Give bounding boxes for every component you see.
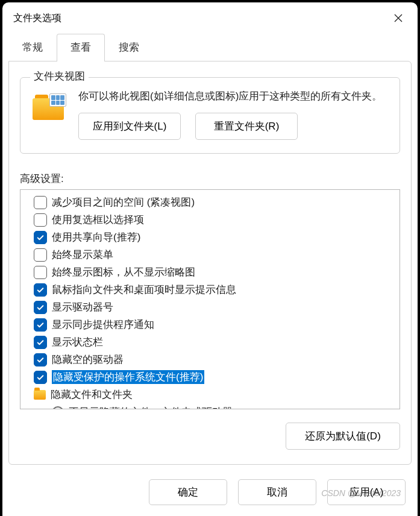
checkbox[interactable]	[34, 231, 47, 244]
checkbox[interactable]	[34, 301, 47, 314]
list-item[interactable]: 始终显示菜单	[33, 246, 395, 263]
checkbox[interactable]	[34, 196, 47, 209]
list-item[interactable]: 显示驱动器号	[33, 298, 395, 316]
list-item[interactable]: 使用共享向导(推荐)	[33, 228, 395, 246]
list-item[interactable]: 隐藏受保护的操作系统文件(推荐)	[33, 368, 395, 386]
list-item-label: 显示驱动器号	[52, 300, 113, 314]
folder-view-group: 文件夹视图 你可以将此视图(如详细信息或图标)应用于这种类型的所有文件夹。 应用…	[20, 77, 400, 154]
list-item[interactable]: 隐藏文件和文件夹	[33, 386, 395, 403]
tab-view[interactable]: 查看	[57, 34, 105, 61]
checkbox[interactable]	[34, 266, 47, 279]
close-button[interactable]	[384, 6, 413, 30]
tab-panel-view: 文件夹视图 你可以将此视图(如详细信息或图标)应用于这种类型的所有文件夹。 应用…	[8, 61, 412, 465]
checkbox[interactable]	[34, 353, 47, 367]
advanced-settings-label: 高级设置:	[20, 172, 400, 186]
apply-to-folders-button[interactable]: 应用到文件夹(L)	[78, 113, 181, 140]
ok-button[interactable]: 确定	[149, 479, 227, 505]
list-item-label: 始终显示图标，从不显示缩略图	[52, 265, 195, 279]
checkbox[interactable]	[34, 318, 47, 332]
list-item-label: 始终显示菜单	[52, 248, 113, 262]
close-icon	[393, 13, 403, 23]
restore-row: 还原为默认值(D)	[20, 423, 400, 450]
checkbox[interactable]	[34, 371, 47, 384]
tab-general[interactable]: 常规	[8, 34, 57, 61]
list-item-label: 使用复选框以选择项	[52, 213, 144, 227]
cancel-button[interactable]: 取消	[238, 479, 316, 505]
advanced-settings-box: 减少项目之间的空间 (紧凑视图)使用复选框以选择项使用共享向导(推荐)始终显示菜…	[20, 189, 400, 409]
list-item-label: 显示同步提供程序通知	[52, 318, 154, 332]
list-item-label: 鼠标指向文件夹和桌面项时显示提示信息	[52, 283, 236, 297]
apply-button[interactable]: 应用(A)	[327, 479, 406, 505]
list-item[interactable]: 显示状态栏	[33, 333, 395, 351]
list-item[interactable]: 减少项目之间的空间 (紧凑视图)	[33, 194, 395, 211]
tab-search[interactable]: 搜索	[105, 34, 153, 61]
dialog-window: 文件夹选项 常规 查看 搜索 文件夹视图	[2, 2, 418, 516]
list-item-label: 不显示隐藏的文件、文件夹或驱动器	[69, 405, 233, 409]
list-item-label: 隐藏空的驱动器	[52, 353, 124, 367]
group-description: 你可以将此视图(如详细信息或图标)应用于这种类型的所有文件夹。	[78, 89, 387, 104]
list-item[interactable]: 始终显示图标，从不显示缩略图	[33, 263, 395, 281]
group-button-row: 应用到文件夹(L) 重置文件夹(R)	[78, 113, 387, 140]
tab-strip: 常规 查看 搜索	[8, 34, 412, 61]
content-area: 常规 查看 搜索 文件夹视图 你可以将此视图(如详细信息或图标)应用于这种	[2, 34, 418, 471]
checkbox[interactable]	[34, 248, 47, 262]
reset-folders-button[interactable]: 重置文件夹(R)	[195, 113, 298, 140]
checkbox[interactable]	[34, 213, 47, 227]
list-item-label: 使用共享向导(推荐)	[52, 230, 140, 244]
list-item[interactable]: 隐藏空的驱动器	[33, 351, 395, 368]
advanced-settings-list[interactable]: 减少项目之间的空间 (紧凑视图)使用复选框以选择项使用共享向导(推荐)始终显示菜…	[20, 190, 400, 409]
list-item[interactable]: 鼠标指向文件夹和桌面项时显示提示信息	[33, 281, 395, 298]
radio[interactable]	[52, 406, 64, 409]
group-text-btns: 你可以将此视图(如详细信息或图标)应用于这种类型的所有文件夹。 应用到文件夹(L…	[78, 89, 387, 140]
list-item-label: 隐藏文件和文件夹	[51, 388, 133, 401]
dialog-button-row: 确定 取消 应用(A)	[2, 471, 418, 516]
list-item-label: 减少项目之间的空间 (紧凑视图)	[52, 195, 195, 209]
folder-views-icon	[33, 95, 66, 120]
folder-icon	[34, 390, 46, 400]
list-item-label: 显示状态栏	[52, 335, 103, 349]
group-body: 你可以将此视图(如详细信息或图标)应用于这种类型的所有文件夹。 应用到文件夹(L…	[33, 89, 387, 140]
list-item[interactable]: 使用复选框以选择项	[33, 211, 395, 228]
checkbox[interactable]	[34, 283, 47, 297]
restore-defaults-button[interactable]: 还原为默认值(D)	[286, 423, 400, 450]
group-label: 文件夹视图	[30, 69, 89, 83]
list-item-label: 隐藏受保护的操作系统文件(推荐)	[52, 370, 204, 384]
folder-icon-col	[33, 89, 66, 140]
checkbox[interactable]	[34, 336, 47, 349]
titlebar: 文件夹选项	[2, 2, 418, 34]
window-title: 文件夹选项	[13, 12, 61, 25]
list-item[interactable]: 不显示隐藏的文件、文件夹或驱动器	[33, 403, 395, 409]
list-item[interactable]: 显示同步提供程序通知	[33, 316, 395, 333]
